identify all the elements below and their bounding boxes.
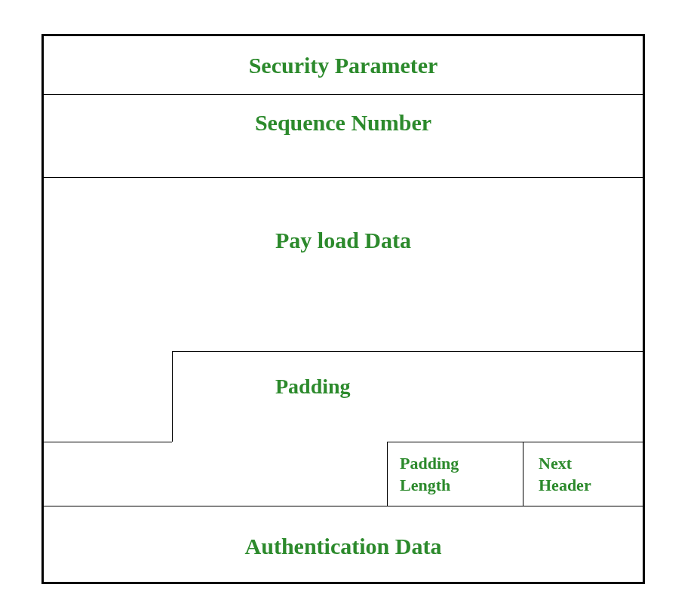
padding-left-stub: [44, 442, 172, 442]
label-next-header-l1: Next: [539, 454, 572, 473]
label-padding-length-l2: Length: [400, 476, 450, 494]
label-authentication-data: Authentication Data: [245, 534, 442, 559]
field-next-header: Next Header: [523, 442, 643, 506]
field-padding: Padding: [44, 351, 643, 442]
label-next-header-l2: Header: [539, 476, 591, 494]
field-authentication-data: Authentication Data: [44, 506, 643, 582]
label-padding-length-l1: Padding: [400, 454, 459, 473]
field-sequence-number: Sequence Number: [44, 95, 643, 178]
label-security-parameter: Security Parameter: [249, 53, 438, 78]
label-sequence-number: Sequence Number: [255, 110, 431, 135]
label-padding: Padding: [275, 375, 351, 398]
field-payload-data: Pay load Data: [44, 178, 643, 351]
field-padding-length: Padding Length: [387, 442, 523, 506]
field-security-parameter: Security Parameter: [44, 36, 643, 95]
esp-header-diagram: Security Parameter Sequence Number Pay l…: [41, 34, 645, 584]
row-padlen-nexthdr: Padding Length Next Header: [44, 442, 643, 506]
label-payload-data: Pay load Data: [275, 228, 411, 253]
padding-notch: Padding: [172, 351, 643, 442]
